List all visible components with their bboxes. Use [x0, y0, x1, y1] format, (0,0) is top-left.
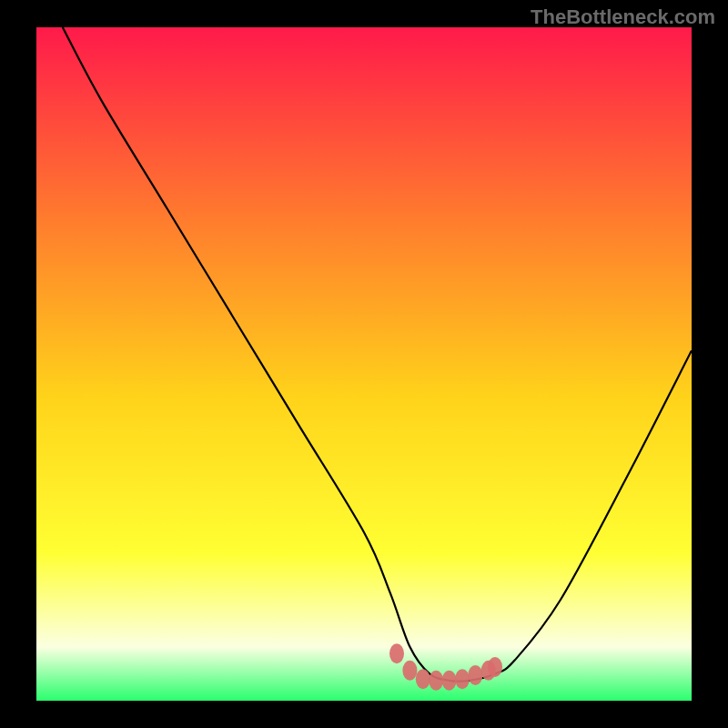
- chart-container: TheBottleneck.com: [0, 0, 728, 728]
- marker-dot: [429, 671, 443, 691]
- marker-dot: [455, 669, 470, 689]
- plot-area: [36, 27, 692, 701]
- watermark-text: TheBottleneck.com: [531, 5, 715, 29]
- marker-dot: [468, 665, 482, 685]
- marker-dot: [416, 669, 430, 689]
- gradient-background: [36, 27, 692, 701]
- marker-dot: [389, 643, 404, 663]
- marker-dot: [488, 657, 502, 677]
- marker-dot: [442, 671, 457, 691]
- marker-dot: [402, 661, 417, 681]
- chart-svg: [36, 27, 692, 701]
